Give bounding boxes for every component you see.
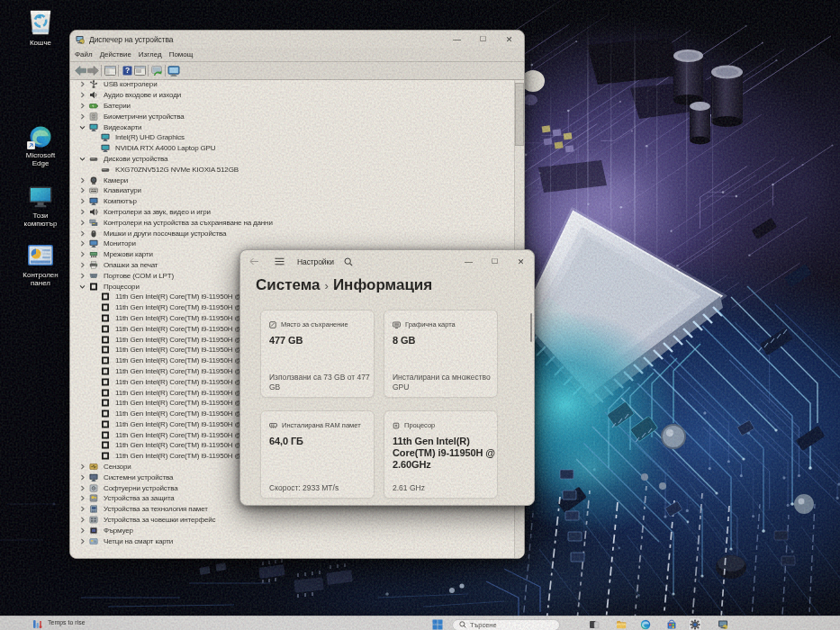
tree-item[interactable]: KXG70ZNV512G NVMe KIOXIA 512GB [70, 164, 515, 175]
tree-item[interactable]: NVIDIA RTX A4000 Laptop GPU [70, 143, 515, 154]
tree-item[interactable]: Контролери за звук, видео и игри [70, 207, 515, 218]
menu-help[interactable]: Помощ [169, 50, 194, 58]
tree-item[interactable]: Видеокарти [70, 122, 515, 132]
tree-item[interactable]: Биометрични устройства [70, 111, 515, 122]
cpu-device-icon [101, 389, 110, 397]
chevron-right-icon[interactable] [79, 273, 86, 279]
scan-hardware-changes-icon[interactable] [150, 64, 163, 77]
microsoft-store-icon[interactable] [666, 619, 677, 630]
desktop-icon-control-panel[interactable]: Контролен панел [13, 244, 68, 287]
close-button[interactable]: ✕ [508, 254, 534, 269]
tree-item[interactable]: Мишки и други посочващи устройства [70, 228, 515, 238]
chevron-right-icon[interactable] [79, 198, 86, 204]
chevron-right-icon[interactable] [79, 506, 86, 512]
chevron-down-icon[interactable] [79, 284, 86, 290]
chevron-right-icon[interactable] [79, 485, 86, 491]
tree-item[interactable]: Устройства за човешки интерфейс [70, 515, 515, 526]
chevron-right-icon[interactable] [79, 464, 86, 470]
tree-item[interactable]: Четци на смарт карти [70, 536, 515, 546]
chevron-right-icon[interactable] [79, 209, 86, 215]
tree-item[interactable]: Компютър [70, 196, 515, 207]
chevron-right-icon[interactable] [79, 538, 86, 544]
tree-item-label: Четци на смарт карти [104, 537, 173, 545]
scrollbar-thumb[interactable] [515, 83, 524, 146]
tree-item[interactable]: Монитори [70, 238, 515, 249]
show-console-tree-icon[interactable] [104, 64, 116, 77]
chevron-right-icon[interactable] [79, 113, 86, 120]
chevron-right-icon[interactable] [79, 527, 86, 534]
tree-item[interactable]: Дискови устройства [70, 154, 515, 165]
chevron-right-icon[interactable] [79, 517, 86, 523]
hamburger-menu-icon[interactable] [275, 257, 285, 266]
chevron-right-icon[interactable] [79, 177, 86, 184]
minimize-button[interactable]: — [456, 254, 482, 269]
tree-item[interactable]: Батерии [70, 101, 515, 112]
settings-card-gpu[interactable]: Графична карта8 GBИнсталирани са множест… [384, 310, 498, 398]
windows-start-icon[interactable] [432, 619, 443, 630]
tree-item[interactable]: Аудио входове и изходи [70, 90, 515, 101]
maximize-button[interactable]: ☐ [482, 254, 508, 269]
chevron-right-icon[interactable] [79, 230, 86, 237]
sensor-device-icon [89, 463, 98, 471]
help-icon[interactable]: ? [121, 64, 133, 77]
settings-card-ram[interactable]: Инсталирана RAM памет64,0 ГБСкорост: 293… [260, 410, 375, 499]
tree-item-label: Аудио входове и изходи [104, 91, 181, 99]
tree-item-label: Клавиатури [104, 186, 141, 194]
chevron-right-icon[interactable] [79, 187, 86, 194]
maximize-button[interactable]: ☐ [470, 32, 496, 47]
chevron-right-icon[interactable] [79, 81, 86, 87]
chevron-down-icon[interactable] [79, 124, 86, 130]
menu-file[interactable]: Файл [75, 50, 93, 58]
card-title: Графична карта [405, 320, 456, 328]
tree-item[interactable]: Камери [70, 175, 515, 185]
desktop-icon-recycle-bin[interactable]: Кошче [13, 7, 68, 47]
memtech-device-icon [89, 505, 98, 513]
microsoft-edge-icon[interactable] [640, 619, 651, 630]
chevron-right-icon[interactable] [79, 474, 86, 481]
tree-item[interactable]: USB контролери [70, 79, 515, 90]
tree-item[interactable]: Фърмуер [70, 525, 515, 536]
back-arrow-icon[interactable] [74, 64, 86, 77]
settings-card-storage[interactable]: Място за съхранение477 GBИзползвани са 7… [260, 310, 375, 398]
tree-item[interactable]: Intel(R) UHD Graphics [70, 132, 515, 143]
chevron-right-icon[interactable] [79, 262, 86, 268]
file-explorer-icon[interactable] [616, 619, 627, 630]
device-manager-taskbar-icon[interactable] [718, 619, 728, 630]
tree-item[interactable]: Контролери на устройства за съхраняване … [70, 217, 515, 228]
breadcrumb-section[interactable]: Система [256, 276, 321, 294]
settings-titlebar[interactable]: Настройки — ☐ ✕ [240, 250, 534, 273]
devices-by-type-icon[interactable] [167, 64, 180, 77]
desktop-icon-microsoft-edge[interactable]: Microsoft Edge [13, 125, 68, 167]
card-caption: 2.61 GHz [393, 483, 494, 493]
taskbar-search-box[interactable]: Търсене [452, 619, 560, 630]
desktop-icon-this-pc[interactable]: Този компютър [13, 185, 68, 228]
menu-action[interactable]: Действие [100, 50, 131, 58]
task-view-icon[interactable] [589, 619, 600, 630]
close-button[interactable]: ✕ [496, 32, 522, 47]
chevron-right-icon[interactable] [79, 251, 86, 257]
properties-icon[interactable] [133, 64, 146, 77]
settings-scrollbar-thumb[interactable] [530, 313, 532, 342]
minimize-button[interactable]: — [444, 32, 470, 47]
chevron-right-icon[interactable] [79, 220, 86, 226]
chevron-right-icon[interactable] [79, 92, 86, 98]
chevron-right-icon: › [325, 279, 329, 292]
cpu-device-icon [101, 420, 110, 428]
chevron-right-icon[interactable] [79, 240, 86, 247]
card-value: 64,0 ГБ [269, 436, 373, 447]
card-title: Място за съхранение [281, 320, 348, 328]
tree-item[interactable]: Клавиатури [70, 185, 515, 196]
device-manager-titlebar[interactable]: Диспечер на устройства — ☐ ✕ [70, 31, 524, 48]
back-arrow-icon[interactable] [249, 257, 259, 266]
search-icon[interactable] [344, 257, 353, 266]
settings-card-cpu[interactable]: Процесор11th Gen Intel(R) Core(TM) i9-11… [384, 410, 498, 499]
cpu-device-icon [101, 399, 110, 407]
chevron-right-icon[interactable] [79, 103, 86, 109]
taskbar-weather-widget[interactable]: Temps to rise [32, 618, 86, 629]
search-placeholder: Търсене [470, 621, 497, 629]
forward-arrow-icon[interactable] [86, 64, 99, 77]
chevron-right-icon[interactable] [79, 495, 86, 501]
chevron-down-icon[interactable] [79, 156, 86, 162]
settings-gear-icon[interactable] [690, 619, 700, 630]
menu-view[interactable]: Изглед [139, 50, 162, 58]
